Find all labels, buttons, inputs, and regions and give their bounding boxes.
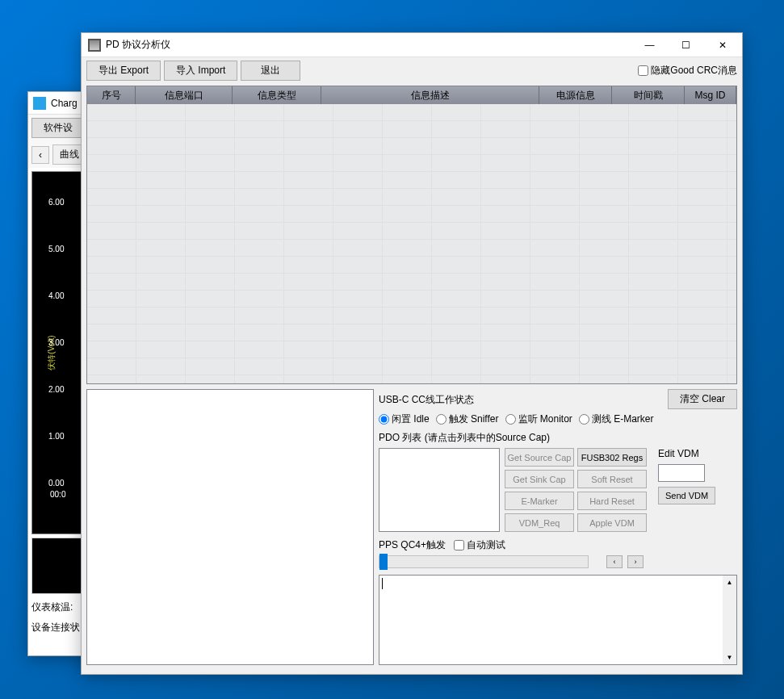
soft-reset-button[interactable]: Soft Reset: [577, 470, 647, 488]
emarker-button[interactable]: E-Marker: [505, 492, 574, 510]
col-desc[interactable]: 信息描述: [321, 86, 539, 104]
radio-monitor-input[interactable]: [505, 414, 516, 425]
window-title: PD 协议分析仪: [106, 38, 631, 52]
right-pane: USB-C CC线工作状态 清空 Clear 闲置 Idle 触发 Sniffe…: [379, 389, 737, 665]
titlebar[interactable]: PD 协议分析仪 — ☐ ✕: [82, 33, 742, 57]
col-type[interactable]: 信息类型: [233, 86, 321, 104]
scrollbar[interactable]: ▲ ▼: [723, 576, 736, 664]
edit-vdm-label: Edit VDM: [658, 448, 715, 459]
app-icon: [88, 39, 101, 52]
ytick: 1.00: [48, 432, 64, 441]
col-seq[interactable]: 序号: [87, 86, 136, 104]
slider-thumb[interactable]: [379, 554, 388, 570]
radio-emarker-input[interactable]: [579, 414, 589, 425]
log-textarea[interactable]: ▲ ▼: [379, 575, 737, 665]
scroll-up-icon[interactable]: ▲: [723, 576, 736, 589]
radio-idle[interactable]: 闲置 Idle: [379, 412, 430, 426]
exit-button[interactable]: 退出: [241, 61, 300, 81]
radio-monitor-label: 监听 Monitor: [518, 412, 572, 426]
vdm-input[interactable]: [658, 464, 705, 482]
detail-box[interactable]: [86, 389, 374, 665]
app-icon: [33, 97, 46, 110]
col-port[interactable]: 信息端口: [136, 86, 233, 104]
hard-reset-button[interactable]: Hard Reset: [577, 492, 647, 510]
xtick: 00:0: [50, 490, 65, 499]
radio-monitor[interactable]: 监听 Monitor: [505, 412, 572, 426]
auto-test-label: 自动测试: [467, 538, 505, 552]
ytick: 6.00: [48, 198, 64, 207]
pps-label: PPS QC4+触发: [379, 538, 446, 552]
grid-header: 序号 信息端口 信息类型 信息描述 电源信息 时间戳 Msg ID: [87, 86, 736, 104]
radio-sniffer[interactable]: 触发 Sniffer: [436, 412, 499, 426]
auto-test-input[interactable]: [454, 540, 464, 550]
get-source-cap-button[interactable]: Get Source Cap: [505, 448, 574, 467]
radio-sniffer-label: 触发 Sniffer: [449, 412, 499, 426]
vdm-req-button[interactable]: VDM_Req: [505, 513, 574, 532]
radio-idle-label: 闲置 Idle: [392, 412, 430, 426]
apple-vdm-button[interactable]: Apple VDM: [577, 513, 647, 532]
pps-slider[interactable]: [379, 555, 589, 568]
col-power[interactable]: 电源信息: [539, 86, 612, 104]
export-button[interactable]: 导出 Export: [86, 61, 161, 81]
ytick: 5.00: [48, 245, 64, 253]
grid-body[interactable]: [87, 104, 736, 383]
ytick: 3.00: [48, 338, 64, 347]
toolbar: 导出 Export 导入 Import 退出 隐藏Good CRC消息: [82, 57, 742, 84]
step-down-button[interactable]: ‹: [606, 555, 623, 568]
message-grid[interactable]: 序号 信息端口 信息类型 信息描述 电源信息 时间戳 Msg ID: [86, 86, 737, 384]
software-settings-button[interactable]: 软件设: [31, 118, 85, 138]
pdo-list[interactable]: [379, 448, 500, 532]
clear-button[interactable]: 清空 Clear: [668, 389, 737, 409]
scroll-down-icon[interactable]: ▼: [723, 651, 736, 664]
auto-test-checkbox[interactable]: 自动测试: [454, 538, 505, 552]
col-msgid[interactable]: Msg ID: [685, 86, 736, 104]
pd-analyzer-window: PD 协议分析仪 — ☐ ✕ 导出 Export 导入 Import 退出 隐藏…: [81, 32, 743, 675]
ytick: 0.00: [48, 479, 64, 488]
col-time[interactable]: 时间戳: [612, 86, 685, 104]
hide-crc-label: 隐藏Good CRC消息: [651, 64, 737, 77]
cc-status-label: USB-C CC线工作状态: [379, 393, 474, 407]
radio-emarker-label: 测线 E-Marker: [592, 412, 654, 426]
maximize-button[interactable]: ☐: [668, 34, 704, 57]
hide-crc-checkbox[interactable]: 隐藏Good CRC消息: [638, 64, 737, 77]
ytick: 2.00: [48, 385, 64, 394]
radio-idle-input[interactable]: [379, 414, 389, 425]
ytick: 4.00: [48, 291, 64, 300]
minimize-button[interactable]: —: [631, 34, 668, 57]
send-vdm-button[interactable]: Send VDM: [658, 487, 715, 504]
step-up-button[interactable]: ›: [627, 555, 644, 568]
import-button[interactable]: 导入 Import: [164, 61, 237, 81]
text-cursor: [382, 578, 383, 589]
radio-sniffer-input[interactable]: [436, 414, 447, 425]
close-button[interactable]: ✕: [704, 34, 740, 57]
pdo-label: PDO 列表 (请点击列表中的Source Cap): [379, 431, 737, 445]
radio-emarker[interactable]: 测线 E-Marker: [579, 412, 654, 426]
fusb302-regs-button[interactable]: FUSB302 Regs: [577, 448, 647, 467]
hide-crc-input[interactable]: [638, 65, 648, 76]
get-sink-cap-button[interactable]: Get Sink Cap: [505, 470, 574, 488]
bg-title: Charg: [51, 98, 78, 109]
tab-chevron-left[interactable]: ‹: [31, 146, 49, 164]
